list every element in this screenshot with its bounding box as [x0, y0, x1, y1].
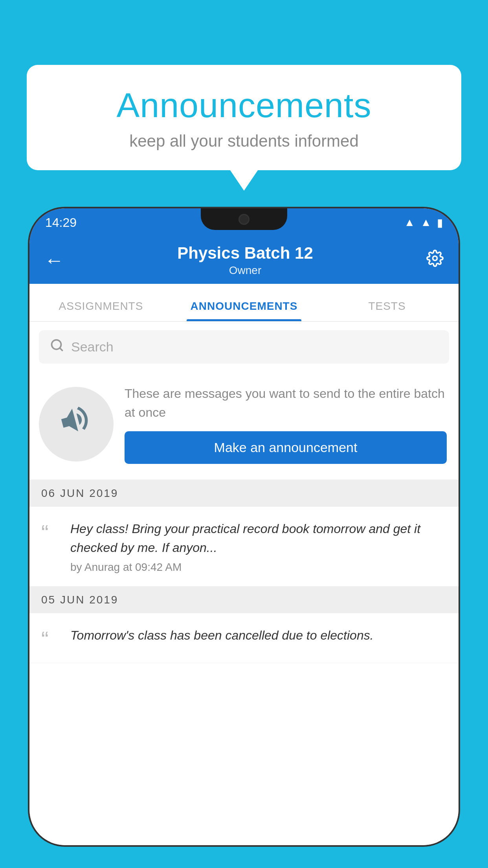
status-time: 14:29 [45, 215, 77, 230]
wifi-icon: ▲ [404, 216, 415, 229]
announcement-text-1: Hey class! Bring your practical record b… [70, 519, 448, 557]
svg-point-0 [433, 256, 437, 261]
quote-icon-2: “ [41, 628, 61, 650]
tab-announcements[interactable]: ANNOUNCEMENTS [172, 300, 316, 321]
make-announcement-button[interactable]: Make an announcement [125, 431, 447, 464]
speech-bubble-section: Announcements keep all your students inf… [27, 65, 461, 170]
battery-icon: ▮ [437, 216, 443, 229]
promo-right: These are messages you want to send to t… [125, 384, 447, 464]
phone-notch [201, 208, 287, 230]
announcement-content-2: Tomorrow's class has been cancelled due … [70, 626, 448, 649]
search-icon [50, 338, 64, 356]
search-placeholder: Search [71, 339, 114, 355]
phone-frame: 14:29 ▲ ▲ ▮ ← Physics Batch 12 Owner [29, 208, 459, 845]
front-camera [238, 214, 250, 225]
speech-bubble-title: Announcements [50, 86, 438, 125]
search-bar[interactable]: Search [39, 330, 449, 364]
header-title: Physics Batch 12 [177, 244, 313, 263]
signal-icon: ▲ [420, 216, 431, 229]
speech-bubble-subtitle: keep all your students informed [50, 132, 438, 151]
announcement-text-2: Tomorrow's class has been cancelled due … [70, 626, 448, 645]
promo-description: These are messages you want to send to t… [125, 384, 447, 422]
announcement-meta-1: by Anurag at 09:42 AM [70, 561, 448, 574]
date-header-2: 05 JUN 2019 [29, 587, 459, 613]
announcement-item-1[interactable]: “ Hey class! Bring your practical record… [29, 507, 459, 587]
promo-card: These are messages you want to send to t… [29, 372, 459, 480]
tab-tests[interactable]: TESTS [316, 300, 459, 321]
back-button[interactable]: ← [44, 250, 64, 270]
phone-wrapper: 14:29 ▲ ▲ ▮ ← Physics Batch 12 Owner [29, 208, 459, 868]
svg-line-2 [60, 348, 62, 351]
date-header-1: 06 JUN 2019 [29, 480, 459, 507]
header-subtitle: Owner [177, 264, 313, 277]
app-header: ← Physics Batch 12 Owner [29, 237, 459, 284]
header-center: Physics Batch 12 Owner [177, 244, 313, 277]
announcement-item-2[interactable]: “ Tomorrow's class has been cancelled du… [29, 613, 459, 663]
announcement-content-1: Hey class! Bring your practical record b… [70, 519, 448, 574]
speech-bubble: Announcements keep all your students inf… [27, 65, 461, 170]
tab-assignments[interactable]: ASSIGNMENTS [29, 300, 172, 321]
quote-icon-1: “ [41, 522, 61, 544]
settings-button[interactable] [426, 250, 444, 271]
phone-screen: 14:29 ▲ ▲ ▮ ← Physics Batch 12 Owner [29, 208, 459, 845]
content-area: Search These are messages you want to [29, 322, 459, 845]
megaphone-icon [53, 398, 99, 450]
status-icons: ▲ ▲ ▮ [404, 216, 443, 229]
promo-icon-circle [39, 387, 114, 462]
tabs-bar: ASSIGNMENTS ANNOUNCEMENTS TESTS [29, 284, 459, 322]
